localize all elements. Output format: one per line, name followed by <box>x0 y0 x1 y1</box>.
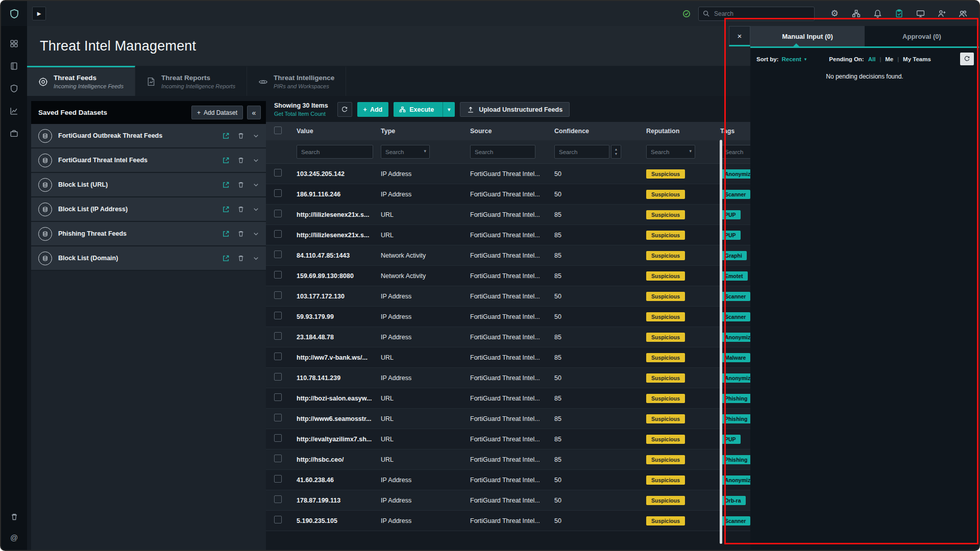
dataset-list-item[interactable]: Block List (URL) <box>31 173 266 197</box>
confidence-stepper[interactable]: ▲ ▼ <box>611 145 621 159</box>
dataset-list-item[interactable]: Block List (Domain) <box>31 246 266 271</box>
notifications-bell-icon[interactable] <box>869 6 886 21</box>
column-header-reputation[interactable]: Reputation <box>646 128 720 135</box>
open-dataset-icon[interactable] <box>222 206 230 213</box>
add-user-icon[interactable] <box>933 6 950 21</box>
row-checkbox[interactable] <box>274 434 282 442</box>
column-header-type[interactable]: Type <box>381 128 470 135</box>
nav-resources-icon[interactable] <box>10 129 18 138</box>
dataset-list-item[interactable]: Block List (IP Address) <box>31 197 266 222</box>
cell-value: http://evaltyazilimx7.sh... <box>297 436 381 443</box>
confidence-filter-input[interactable] <box>554 145 609 159</box>
column-header-value[interactable]: Value <box>297 128 381 135</box>
row-checkbox[interactable] <box>274 393 282 401</box>
tab-manual-input[interactable]: Manual Input (0) <box>750 26 865 46</box>
row-checkbox[interactable] <box>274 332 282 340</box>
expand-dataset-icon[interactable] <box>252 157 260 164</box>
nav-help-icon[interactable]: @ <box>10 533 18 542</box>
row-checkbox[interactable] <box>274 414 282 421</box>
tab-subtitle: Incoming Intelligence Reports <box>161 83 235 89</box>
expand-dataset-icon[interactable] <box>252 132 260 140</box>
delete-dataset-icon[interactable] <box>237 181 244 188</box>
open-dataset-icon[interactable] <box>222 132 230 140</box>
row-checkbox[interactable] <box>274 312 282 319</box>
nav-recycle-bin-icon[interactable] <box>10 513 18 521</box>
add-record-button[interactable]: + Add <box>357 102 389 117</box>
refresh-table-button[interactable] <box>337 102 352 117</box>
select-all-checkbox[interactable] <box>274 127 282 134</box>
source-filter-input[interactable] <box>470 145 535 159</box>
row-checkbox[interactable] <box>274 210 282 217</box>
tab-threat-feeds[interactable]: Threat Feeds Incoming Intelligence Feeds <box>27 66 135 96</box>
value-filter-input[interactable] <box>297 145 373 159</box>
tab-threat-reports[interactable]: Threat Reports Incoming Intelligence Rep… <box>135 66 247 96</box>
reputation-filter-input[interactable] <box>646 145 695 159</box>
reputation-badge: Suspicious <box>646 190 685 199</box>
tag-badge: Scanner <box>720 292 750 301</box>
team-settings-icon[interactable] <box>954 6 972 21</box>
expand-dataset-icon[interactable] <box>252 206 260 213</box>
tab-approval[interactable]: Approval (0) <box>865 26 979 46</box>
upload-unstructured-feeds-button[interactable]: Upload Unstructured Feeds <box>460 102 570 117</box>
expand-dataset-icon[interactable] <box>252 230 260 238</box>
row-checkbox[interactable] <box>274 251 282 258</box>
delete-dataset-icon[interactable] <box>237 157 244 164</box>
table-scrollbar[interactable] <box>720 140 722 544</box>
column-header-confidence[interactable]: Confidence <box>554 128 646 135</box>
dataset-list-item[interactable]: Phishing Threat Feeds <box>31 222 266 246</box>
open-dataset-icon[interactable] <box>222 255 230 262</box>
add-dataset-button[interactable]: + Add Dataset <box>191 106 243 119</box>
row-checkbox[interactable] <box>274 291 282 299</box>
app-window: @ ▶ ⚙ Threat Intel Management Threat Fee… <box>0 0 980 551</box>
connectors-icon[interactable] <box>847 6 865 21</box>
separator: | <box>879 56 881 62</box>
settings-icon[interactable]: ⚙ <box>826 6 843 21</box>
type-filter-input[interactable] <box>381 145 430 159</box>
row-checkbox[interactable] <box>274 373 282 381</box>
expand-dataset-icon[interactable] <box>252 181 260 189</box>
row-checkbox[interactable] <box>274 189 282 197</box>
column-header-source[interactable]: Source <box>470 128 554 135</box>
pending-tasks-icon[interactable] <box>890 6 908 21</box>
get-total-count-link[interactable]: Get Total Item Count <box>274 111 328 117</box>
expand-dataset-icon[interactable] <box>252 255 260 262</box>
execute-button[interactable]: Execute ▾ <box>394 102 455 117</box>
open-dataset-icon[interactable] <box>222 181 230 189</box>
close-panel-button[interactable]: × <box>729 26 750 46</box>
cell-confidence: 50 <box>554 374 646 382</box>
delete-dataset-icon[interactable] <box>237 255 244 262</box>
system-monitor-icon[interactable] <box>912 6 929 21</box>
row-checkbox[interactable] <box>274 169 282 177</box>
dataset-list-item[interactable]: FortiGuard Outbreak Threat Feeds <box>31 124 266 148</box>
row-checkbox[interactable] <box>274 230 282 238</box>
nav-threat-intel-icon[interactable] <box>10 84 18 93</box>
delete-dataset-icon[interactable] <box>237 230 244 237</box>
play-button[interactable]: ▶ <box>32 7 46 20</box>
cell-source: FortiGuard Threat Intel... <box>470 395 554 402</box>
row-checkbox[interactable] <box>274 475 282 483</box>
tag-badge: Emotet <box>720 271 748 281</box>
row-checkbox[interactable] <box>274 455 282 462</box>
row-checkbox[interactable] <box>274 271 282 279</box>
nav-reports-icon[interactable] <box>10 107 18 115</box>
delete-dataset-icon[interactable] <box>237 206 244 213</box>
nav-playbooks-icon[interactable] <box>10 62 18 70</box>
panel-refresh-button[interactable] <box>960 53 974 65</box>
pending-filter-my-teams[interactable]: My Teams <box>903 56 931 62</box>
row-checkbox[interactable] <box>274 516 282 523</box>
row-checkbox[interactable] <box>274 353 282 360</box>
pending-filter-all[interactable]: All <box>868 56 876 62</box>
pending-filter-me[interactable]: Me <box>885 56 893 62</box>
nav-dashboard-icon[interactable] <box>10 39 18 48</box>
sort-value[interactable]: Recent <box>781 56 801 62</box>
system-health-icon[interactable] <box>682 9 691 18</box>
global-search-input[interactable] <box>698 7 815 21</box>
open-dataset-icon[interactable] <box>222 157 230 164</box>
row-checkbox[interactable] <box>274 495 282 503</box>
tab-threat-intelligence[interactable]: Threat Intelligence PIRs and Workspaces <box>247 66 346 96</box>
collapse-panel-button[interactable]: « <box>247 106 261 119</box>
delete-dataset-icon[interactable] <box>237 132 244 139</box>
dataset-list-item[interactable]: FortiGuard Threat Intel Feeds <box>31 148 266 173</box>
execute-caret-icon[interactable]: ▾ <box>443 102 455 117</box>
open-dataset-icon[interactable] <box>222 230 230 238</box>
